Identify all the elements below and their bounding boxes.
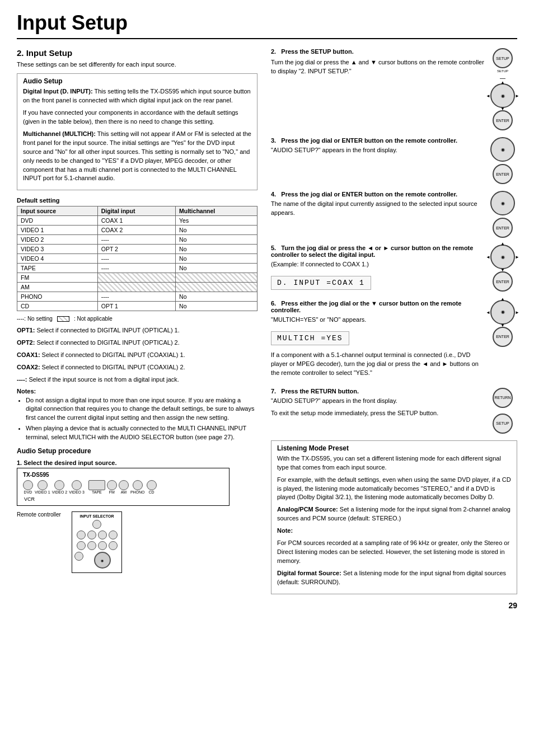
step3-right: 3. Press the jog dial or ENTER button on… [271, 137, 517, 184]
step7-text2: To exit the setup mode immediately, pres… [271, 409, 485, 418]
section2-title: 2. Input Setup [17, 48, 257, 58]
vcr-label: VCR [24, 496, 157, 502]
step7-right: 7. Press the RETURN button. "AUDIO SETUP… [271, 388, 517, 434]
step6-icons: ◉ ▲ ▼ ◄ ► ENTER [488, 300, 517, 347]
return-icon: RETURN [493, 388, 513, 408]
section2-subtitle: These settings can be set differently fo… [17, 61, 257, 68]
enter-icon: ENTER [493, 110, 513, 130]
step3-content: 3. Press the jog dial or ENTER button on… [271, 137, 485, 158]
remote-row4: ◉ [74, 552, 119, 569]
phono-btn [133, 480, 143, 490]
remote-label: Remote controller [17, 511, 62, 518]
analog-label: Analog/PCM Source: [277, 506, 338, 513]
rc-btn3 [87, 530, 96, 539]
remote-row1 [74, 520, 119, 529]
step6-content: 6. Press either the jog dial or the ▼ cu… [271, 300, 485, 381]
rc-dial: ◉ [94, 552, 111, 569]
table-row: VIDEO 3OPT 2No [17, 245, 257, 254]
step4-dial-icon: ◉ [490, 191, 515, 215]
step2-text: Turn the jog dial or press the ▲ and ▼ c… [271, 58, 485, 76]
video2-btn [54, 480, 64, 490]
table-row: VIDEO 1COAX 2No [17, 226, 257, 235]
rc-btn10 [74, 552, 83, 561]
input-selector-label: INPUT SELECTOR [74, 514, 119, 518]
table-row: VIDEO 4----No [17, 254, 257, 264]
opt1-text: OPT1: Select if connected to DIGITAL INP… [17, 326, 257, 335]
rc-btn4 [98, 530, 107, 539]
rc-btn9 [109, 541, 118, 550]
legend-box-icon [57, 316, 69, 322]
notes-title: Notes: [17, 388, 257, 395]
table-row: PHONO----No [17, 292, 257, 302]
table-row: CDOPT 1No [17, 302, 257, 311]
step1-title: 1. Select the desired input source. [17, 459, 257, 466]
step7-content: 7. Press the RETURN button. "AUDIO SETUP… [271, 388, 485, 421]
listening-mode-text1: With the TX-DS595, you can set a differe… [277, 454, 511, 472]
step5-icons: ◉ ▲ ▼ ◄ ► ENTER [488, 245, 517, 292]
proc-title: Audio Setup procedure [17, 447, 257, 455]
notes-list: Do not assign a digital input to more th… [17, 396, 257, 442]
step4-enter-icon: ENTER [493, 218, 513, 238]
default-setting-title: Default setting [17, 197, 257, 204]
digital-input-para: Digital Input (D. INPUT): This setting t… [23, 87, 251, 105]
table-row: DVDCOAX 1Yes [17, 216, 257, 226]
fm-btn [107, 480, 117, 490]
tape-btn [88, 480, 105, 490]
digital-input-label: Digital Input (D. INPUT): [23, 88, 93, 95]
audio-setup-box-title: Audio Setup [23, 77, 251, 85]
coax1-text: COAX1: Select if connected to DIGITAL IN… [17, 351, 257, 360]
step6-display: MULTICH =YES [271, 331, 349, 345]
am-btn [119, 480, 129, 490]
dash-text: ----: Select if the input source is not … [17, 375, 257, 384]
opt2-text: OPT2: Select if connected to DIGITAL INP… [17, 339, 257, 348]
step4-content: 4. Press the jog dial or ENTER button on… [271, 191, 485, 221]
digital-source-para: Digital format Source: Set a listening m… [277, 569, 511, 587]
step6-right: 6. Press either the jog dial or the ▼ cu… [271, 300, 517, 381]
page-number: 29 [271, 601, 517, 610]
col-header-input: Input source [17, 206, 98, 216]
step5-dial-cursor-icon: ◉ ▲ ▼ ◄ ► [490, 245, 515, 269]
right-column: 2. Press the SETUP button. Turn the jog … [271, 48, 517, 610]
notes-section: Notes: Do not assign a digital input to … [17, 388, 257, 442]
setup-icon-bottom: SETUP [493, 414, 513, 434]
step4-icons: ◉ ENTER [488, 191, 517, 238]
step6-title: 6. Press either the jog dial or the ▼ cu… [271, 300, 485, 313]
step2-icons: SETUP SETUP — ◉ ▲ ▼ ◄ ► ENTER [488, 48, 517, 130]
rc-btn2 [77, 530, 86, 539]
note-item: Do not assign a digital input to more th… [26, 396, 257, 422]
note-text: For PCM sources recorded at a sampling r… [277, 539, 511, 566]
step5-right: 5. Turn the jog dial or press the ◄ or ►… [271, 245, 517, 293]
step4-text: The name of the digital input currently … [271, 200, 485, 218]
coax2-text: COAX2: Select if connected to DIGITAL IN… [17, 363, 257, 372]
video3-btn [72, 480, 82, 490]
step4-title: 4. Press the jog dial or ENTER button on… [271, 191, 485, 198]
step4-right: 4. Press the jog dial or ENTER button on… [271, 191, 517, 238]
listening-mode-preset-box: Listening Mode Preset With the TX-DS595,… [271, 440, 517, 594]
step5-text: (Example: If connected to COAX 1.) [271, 260, 485, 269]
multichannel-label: Multichannel (MULTICH): [23, 130, 96, 137]
dvd-btn [23, 480, 33, 490]
listening-mode-text2: For example, with the default settings, … [277, 476, 511, 503]
step1-content: 1. Select the desired input source. TX-D… [17, 459, 257, 573]
step3-title: 3. Press the jog dial or ENTER button on… [271, 137, 485, 144]
step1: 1. Select the desired input source. TX-D… [17, 459, 257, 573]
step6-extra-text: If a component with a 5.1-channel output… [271, 351, 485, 378]
step3-enter-icon: ENTER [493, 164, 513, 184]
step3-icons: ◉ ENTER [488, 137, 517, 184]
cd-btn [147, 480, 157, 490]
legend-text-nodash: ----: No setting [17, 316, 53, 322]
setup-icon-label: SETUP [497, 69, 508, 73]
digital-source-label: Digital format Source: [277, 570, 341, 576]
digital-input-para2: If you have connected your components in… [23, 109, 251, 126]
dial-cursor-icon: ◉ ▲ ▼ ◄ ► [490, 83, 515, 108]
step2-title: 2. Press the SETUP button. [271, 48, 485, 55]
step6-dial-cursor-icon: ◉ ▲ ▼ ◄ ► [490, 300, 515, 325]
device-title: TX-DS595 [23, 472, 223, 478]
device-diagram: TX-DS595 DVD VID [17, 468, 229, 506]
multichannel-text: This setting will not appear if AM or FM… [23, 130, 251, 182]
table-row: AM [17, 283, 257, 292]
default-setting-section: Default setting Input source Digital inp… [17, 197, 257, 384]
step2-content: 2. Press the SETUP button. Turn the jog … [271, 48, 485, 79]
remote-controller-diagram: INPUT SELECTOR [72, 511, 122, 573]
note-item: When playing a device that is actually c… [26, 424, 257, 442]
